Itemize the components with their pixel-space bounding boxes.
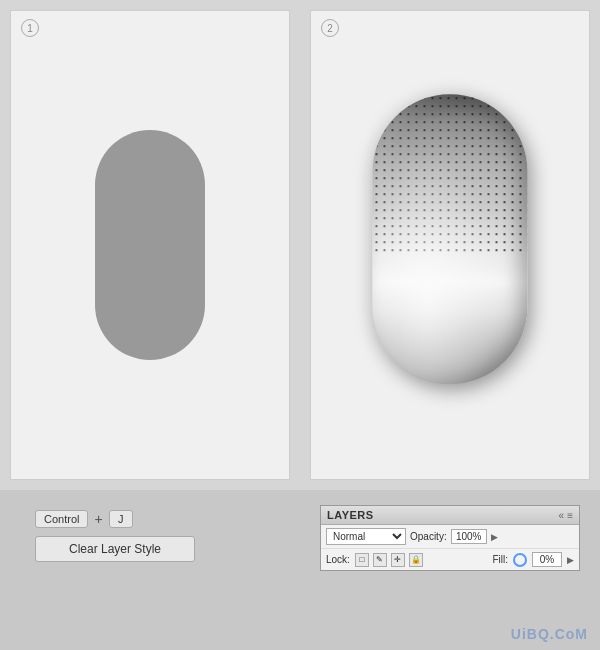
- control-key: Control: [35, 510, 88, 528]
- simple-pill: [95, 130, 205, 360]
- menu-icon[interactable]: ≡: [567, 510, 573, 521]
- lock-label: Lock:: [326, 554, 350, 565]
- watermark: UiBQ.CoM: [511, 626, 588, 642]
- blend-opacity-row: Normal Multiply Screen Overlay Opacity: …: [321, 525, 579, 549]
- layers-title: LAYERS: [327, 509, 374, 521]
- lock-icons-group: □ ✎ ✛ 🔒: [355, 553, 423, 567]
- layers-header: LAYERS « ≡: [321, 506, 579, 525]
- opacity-arrow[interactable]: ▶: [491, 532, 498, 542]
- layers-panel: LAYERS « ≡ Normal Multiply Screen Overla…: [320, 505, 580, 571]
- blend-mode-select[interactable]: Normal Multiply Screen Overlay: [326, 528, 406, 545]
- metallic-pill-container: [373, 94, 528, 384]
- plus-symbol: +: [94, 511, 102, 527]
- dots-pattern: [373, 94, 528, 254]
- fill-input[interactable]: [532, 552, 562, 567]
- lock-move-icon[interactable]: ✛: [391, 553, 405, 567]
- fill-circle-indicator: [513, 553, 527, 567]
- fill-label: Fill:: [492, 554, 508, 565]
- main-area: 1 2: [0, 0, 600, 490]
- controls-section: Control + J Clear Layer Style: [20, 505, 300, 562]
- fill-arrow[interactable]: ▶: [567, 555, 574, 565]
- shortcut-row: Control + J: [35, 510, 300, 528]
- clear-layer-style-button[interactable]: Clear Layer Style: [35, 536, 195, 562]
- layers-controls: « ≡: [559, 510, 573, 521]
- lock-all-icon[interactable]: 🔒: [409, 553, 423, 567]
- panel-number-1: 1: [21, 19, 39, 37]
- metallic-pill: [373, 94, 528, 384]
- lock-row: Lock: □ ✎ ✛ 🔒 Fill: ▶: [321, 549, 579, 570]
- collapse-icon[interactable]: «: [559, 510, 565, 521]
- right-panel: 2: [310, 10, 590, 480]
- opacity-label: Opacity:: [410, 531, 447, 542]
- panel-number-2: 2: [321, 19, 339, 37]
- j-key: J: [109, 510, 133, 528]
- lock-paint-icon[interactable]: ✎: [373, 553, 387, 567]
- lock-pixel-icon[interactable]: □: [355, 553, 369, 567]
- left-panel: 1: [10, 10, 290, 480]
- opacity-input[interactable]: [451, 529, 487, 544]
